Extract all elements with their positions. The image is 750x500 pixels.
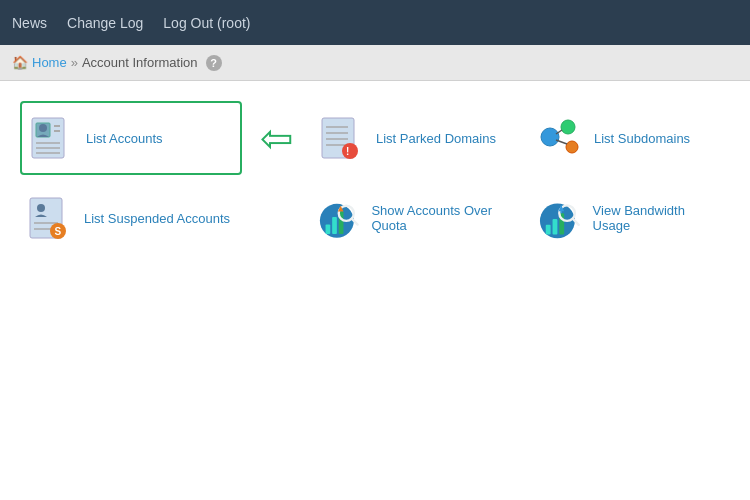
- svg-rect-34: [546, 225, 551, 235]
- breadcrumb-sep: »: [71, 55, 78, 70]
- svg-text:!: !: [346, 146, 349, 157]
- list-accounts-label: List Accounts: [86, 131, 163, 146]
- svg-point-13: [342, 143, 358, 159]
- home-icon: 🏠: [12, 55, 28, 70]
- list-accounts-icon: [30, 115, 76, 161]
- nav-news[interactable]: News: [12, 15, 47, 31]
- list-parked-icon: !: [320, 115, 366, 161]
- svg-text:S: S: [55, 226, 62, 237]
- svg-rect-27: [326, 225, 331, 234]
- view-bandwidth-label: View Bandwidth Usage: [593, 203, 722, 233]
- list-parked-label: List Parked Domains: [376, 131, 496, 146]
- main-content: List Accounts ⇦ ! List Parked Domains: [0, 81, 750, 500]
- view-bandwidth-item[interactable]: View Bandwidth Usage: [530, 183, 730, 253]
- list-suspended-icon: S: [28, 195, 74, 241]
- help-icon[interactable]: ?: [206, 55, 222, 71]
- show-quota-icon: [318, 195, 361, 241]
- list-subdomains-item[interactable]: List Subdomains: [530, 103, 730, 173]
- breadcrumb-home[interactable]: Home: [32, 55, 67, 70]
- breadcrumb-current: Account Information: [82, 55, 198, 70]
- svg-point-17: [566, 141, 578, 153]
- list-suspended-item[interactable]: S List Suspended Accounts: [20, 183, 240, 253]
- nav-logout[interactable]: Log Out (root): [163, 15, 250, 31]
- arrow-indicator: ⇦: [242, 118, 312, 158]
- breadcrumb: 🏠 Home » Account Information ?: [0, 45, 750, 81]
- svg-point-15: [541, 128, 559, 146]
- svg-point-7: [39, 124, 47, 132]
- svg-point-16: [561, 120, 575, 134]
- list-accounts-item[interactable]: List Accounts: [20, 101, 242, 175]
- show-quota-label: Show Accounts Over Quota: [371, 203, 522, 233]
- nav-changelog[interactable]: Change Log: [67, 15, 143, 31]
- svg-rect-35: [553, 219, 558, 235]
- list-subdomains-label: List Subdomains: [594, 131, 690, 146]
- selection-arrow: ⇦: [260, 118, 294, 158]
- view-bandwidth-icon: [538, 195, 583, 241]
- list-parked-domains-item[interactable]: ! List Parked Domains: [312, 103, 530, 173]
- top-navigation: News Change Log Log Out (root): [0, 0, 750, 45]
- show-quota-item[interactable]: Show Accounts Over Quota: [310, 183, 530, 253]
- list-subdomains-icon: [538, 115, 584, 161]
- list-suspended-label: List Suspended Accounts: [84, 211, 230, 226]
- svg-point-21: [37, 204, 45, 212]
- svg-rect-28: [332, 217, 337, 234]
